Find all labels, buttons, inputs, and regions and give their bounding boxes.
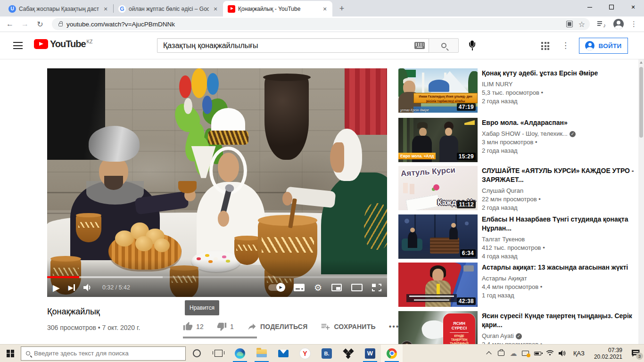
video-thumbnail: 6:34 bbox=[398, 214, 478, 259]
theater-mode-icon[interactable] bbox=[351, 284, 363, 291]
recommended-views: 22 млн просмотров • bbox=[482, 195, 636, 204]
like-ratio-bar bbox=[183, 337, 257, 338]
youtube-search-box[interactable] bbox=[157, 38, 429, 53]
window-close-button[interactable]: ✕ bbox=[622, 0, 644, 14]
recommended-channel: Слушай Quran bbox=[482, 187, 636, 195]
like-button[interactable]: 12 bbox=[183, 321, 204, 331]
tab3-close-icon[interactable]: ✕ bbox=[321, 5, 329, 13]
taskbar-search-input[interactable] bbox=[34, 350, 181, 357]
taskbar-yandex-icon[interactable]: Y bbox=[294, 345, 316, 362]
windows-logo-icon bbox=[7, 350, 14, 357]
taskbar-dropbox-icon[interactable] bbox=[338, 345, 359, 362]
youtube-apps-icon[interactable] bbox=[541, 42, 549, 50]
tray-display-icon[interactable] bbox=[520, 345, 532, 362]
notification-center-button[interactable]: 3 bbox=[627, 345, 644, 362]
thumbnail-banner-text: Имам Ғазалидың Ихия ұлымд- дин (кісілік … bbox=[413, 93, 478, 103]
tab2-close-icon[interactable]: ✕ bbox=[212, 5, 219, 13]
browser-tab-3-active[interactable]: Қонақжайлық - YouTube ✕ bbox=[223, 1, 332, 16]
recommended-views: 3 млн просмотров • bbox=[482, 138, 636, 147]
recommended-channel: Астарлы Ақиқат bbox=[482, 274, 636, 283]
recommended-video-3[interactable]: Аятуль Курси Каждое Ут 11:12 СЛУШАЙТЕ «А… bbox=[398, 166, 640, 210]
recommended-video-1[interactable]: Имам Ғазалидың Ихия ұлымд- дин (кісілік … bbox=[398, 68, 640, 113]
guide-menu-icon[interactable] bbox=[13, 42, 23, 49]
youtube-search-input[interactable] bbox=[163, 41, 414, 50]
url-text[interactable]: youtube.com/watch?v=AjucPBmDNNk bbox=[66, 21, 561, 28]
page-scrollbar[interactable] bbox=[638, 59, 644, 344]
youtube-settings-menu-icon[interactable]: ⋮ bbox=[561, 41, 570, 50]
browser-tab-2[interactable]: G ойлан жұптас бөліс әдісі – Goog ✕ bbox=[114, 1, 223, 16]
time-display: 0:32 / 5:42 bbox=[102, 284, 130, 291]
taskbar-chrome-icon[interactable] bbox=[381, 345, 403, 362]
browser-tab-1[interactable]: U Сабақ жоспары Қазақтың даста ✕ bbox=[4, 1, 113, 16]
taskbar-word-icon[interactable]: W bbox=[359, 345, 381, 362]
window-minimize-button[interactable] bbox=[579, 0, 601, 14]
task-view-button[interactable] bbox=[207, 345, 229, 362]
cortana-button[interactable] bbox=[186, 345, 207, 362]
scrollbar-up-arrow[interactable] bbox=[640, 61, 643, 64]
volume-icon[interactable] bbox=[83, 284, 93, 291]
tray-expand-chevron-icon[interactable] bbox=[483, 345, 495, 362]
taskbar-mail-icon[interactable] bbox=[272, 345, 294, 362]
settings-gear-icon[interactable]: ⚙ bbox=[314, 283, 322, 292]
verified-badge-icon: ✓ bbox=[516, 333, 522, 339]
recommended-video-5[interactable]: 42:38 Астарлы ақиқат: 13 жасында ағасына… bbox=[398, 263, 640, 307]
recommended-views: 412 тыс. просмотров • bbox=[482, 244, 636, 252]
video-title: Қонақжайлық bbox=[47, 307, 100, 317]
recommended-video-4[interactable]: 6:34 Елбасы Н Назарбаев Түнгі студияда қ… bbox=[398, 214, 640, 259]
recommended-video-6[interactable]: ЯСИН СҮРЕСІ КҮНДЕ ТАҢЕРТЕҢ ТЫҢДАҢЫЗ Ясин… bbox=[398, 311, 640, 344]
signin-button[interactable]: ВОЙТИ bbox=[579, 38, 628, 54]
autoplay-toggle[interactable] bbox=[268, 284, 284, 291]
taskbar-vk-icon[interactable]: B. bbox=[316, 345, 338, 362]
dislike-button[interactable]: 1 bbox=[217, 321, 234, 331]
like-tooltip: Нравится bbox=[185, 300, 219, 315]
signin-label: ВОЙТИ bbox=[598, 42, 621, 49]
taskbar-explorer-icon[interactable] bbox=[251, 345, 272, 362]
video-thumbnail: 42:38 bbox=[398, 263, 478, 307]
dislike-count: 1 bbox=[230, 323, 234, 330]
window-maximize-button[interactable] bbox=[601, 0, 622, 14]
reading-list-icon[interactable] bbox=[597, 21, 605, 27]
forward-button[interactable]: → bbox=[19, 18, 31, 30]
youtube-logo[interactable]: YouTube KZ bbox=[34, 39, 92, 49]
tray-wifi-icon[interactable] bbox=[544, 345, 556, 362]
play-button[interactable]: ▶ bbox=[53, 283, 60, 292]
address-bar[interactable]: youtube.com/watch?v=AjucPBmDNNk ☆ bbox=[52, 18, 590, 30]
next-button[interactable]: ▶ bbox=[68, 284, 75, 291]
share-button[interactable]: ПОДЕЛИТЬСЯ bbox=[247, 321, 307, 331]
new-tab-button[interactable]: + bbox=[335, 2, 348, 15]
tray-onedrive-icon[interactable]: ☁ bbox=[507, 345, 520, 362]
miniplayer-icon[interactable] bbox=[331, 284, 342, 291]
browser-menu-icon[interactable]: ⋮ bbox=[627, 20, 640, 28]
recommended-video-2[interactable]: Евро мола. «Алд 15:29 Евро мола. «Алдара… bbox=[398, 118, 640, 162]
recommended-age: 2 года назад bbox=[482, 97, 636, 106]
extension-grid-icon[interactable] bbox=[566, 21, 573, 27]
start-button[interactable] bbox=[0, 345, 21, 362]
verified-badge-icon: ✓ bbox=[570, 131, 576, 137]
taskbar-edge-icon[interactable] bbox=[229, 345, 251, 362]
browser-profile-avatar[interactable] bbox=[613, 19, 624, 29]
video-player[interactable]: ▶ ▶ 0:32 / 5:42 ⚙ bbox=[47, 68, 387, 297]
taskbar-search-box[interactable] bbox=[21, 346, 186, 361]
back-button[interactable]: ← bbox=[4, 18, 16, 30]
search-button[interactable] bbox=[429, 38, 459, 53]
tray-tablet-icon[interactable] bbox=[495, 345, 507, 362]
tab3-youtube-favicon bbox=[228, 5, 235, 13]
save-button[interactable]: СОХРАНИТЬ bbox=[321, 321, 375, 331]
thumb-down-icon bbox=[217, 321, 227, 331]
fullscreen-icon[interactable] bbox=[372, 284, 381, 291]
language-indicator[interactable]: ҚАЗ bbox=[569, 350, 589, 357]
tray-battery-icon[interactable] bbox=[532, 345, 544, 362]
voice-search-icon[interactable] bbox=[467, 41, 477, 51]
save-label: СОХРАНИТЬ bbox=[334, 323, 375, 330]
reload-button[interactable]: ↻ bbox=[34, 18, 46, 30]
tray-volume-icon[interactable] bbox=[556, 345, 569, 362]
recommended-age: 4 года назад bbox=[482, 252, 636, 261]
scene-woman-right bbox=[309, 137, 387, 274]
video-thumbnail: Имам Ғазалидың Ихия ұлымд- дин (кісілік … bbox=[398, 68, 478, 113]
subtitles-icon[interactable] bbox=[294, 284, 305, 291]
tab1-close-icon[interactable]: ✕ bbox=[102, 5, 109, 13]
bookmark-star-icon[interactable]: ☆ bbox=[578, 20, 585, 29]
scrollbar-thumb[interactable] bbox=[639, 67, 643, 138]
taskbar-clock[interactable]: 07:39 20.02.2021 bbox=[589, 347, 627, 360]
virtual-keyboard-icon[interactable] bbox=[414, 42, 425, 49]
